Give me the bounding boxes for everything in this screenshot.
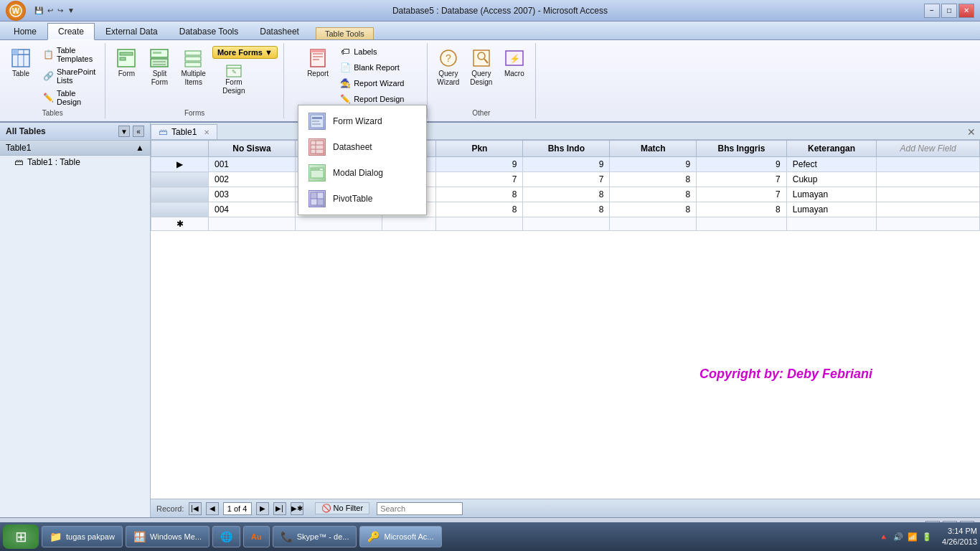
tab-datasheet[interactable]: Datasheet: [249, 23, 310, 39]
cell-match-1[interactable]: 9: [610, 157, 697, 172]
svg-rect-37: [311, 141, 324, 154]
cell-match-4[interactable]: 8: [610, 202, 697, 217]
taskbar-item-au[interactable]: Au: [243, 526, 270, 547]
nav-pane-toggle-btn[interactable]: «: [133, 126, 144, 137]
system-clock[interactable]: 3:14 PM 4/26/2013: [942, 526, 977, 548]
filter-btn[interactable]: 🚫 No Filter: [315, 502, 370, 514]
prev-record-btn[interactable]: ◀: [206, 502, 219, 515]
cell-bhs-inggris-4[interactable]: 8: [697, 202, 786, 217]
save-qa-btn[interactable]: 💾: [33, 5, 44, 16]
table-templates-btn[interactable]: 📋 TableTemplates: [39, 44, 99, 65]
taskbar-item-windows[interactable]: 🪟 Windows Me...: [126, 526, 209, 547]
cell-bhs-inggris-1[interactable]: 9: [697, 157, 786, 172]
blank-report-btn[interactable]: 📄 Blank Report: [336, 60, 407, 75]
cell-bhs-inggris-2[interactable]: 7: [697, 172, 786, 187]
office-button[interactable]: W: [6, 1, 26, 21]
cell-no-siswa-3[interactable]: 003: [209, 187, 296, 202]
labels-icon: 🏷: [339, 46, 351, 57]
nav-pane-filter-btn[interactable]: ▼: [118, 126, 130, 137]
cell-match-2[interactable]: 8: [610, 172, 697, 187]
cell-no-siswa-2[interactable]: 002: [209, 172, 296, 187]
cell-keterangan-4[interactable]: Lumayan: [786, 202, 877, 217]
macro-btn[interactable]: ⚡ Macro: [499, 44, 529, 80]
content-area: 🗃 Table1 ✕ ✕ No Siswa Nam al Pkn Bhs Ind…: [151, 123, 980, 517]
undo-qa-btn[interactable]: ↩: [46, 5, 55, 16]
new-cell-2: [295, 217, 382, 231]
query-wizard-btn[interactable]: ? QueryWizard: [433, 44, 463, 89]
pivot-table-item[interactable]: PivotTable: [298, 186, 426, 212]
minimize-btn[interactable]: −: [924, 4, 940, 18]
doc-tab-close-btn[interactable]: ✕: [204, 128, 209, 136]
cell-match-3[interactable]: 8: [610, 187, 697, 202]
svg-rect-13: [153, 61, 166, 62]
cell-pkn-4[interactable]: 8: [436, 202, 523, 217]
cell-add-new-2: [877, 172, 980, 187]
macro-icon: ⚡: [503, 47, 526, 70]
tab-home[interactable]: Home: [3, 23, 47, 39]
nav-pane-section-table1[interactable]: Table1 ▲: [0, 141, 150, 156]
more-forms-btn[interactable]: More Forms ▼: [212, 46, 278, 59]
qa-dropdown-btn[interactable]: ▼: [66, 5, 76, 16]
cell-pkn-2[interactable]: 7: [436, 172, 523, 187]
form-design-btn[interactable]: ✎ FormDesign: [212, 62, 255, 98]
first-record-btn[interactable]: |◀: [189, 502, 202, 515]
split-form-btn[interactable]: SplitForm: [144, 44, 174, 89]
form-btn[interactable]: Form: [111, 44, 141, 80]
svg-rect-11: [151, 59, 168, 67]
query-design-btn[interactable]: QueryDesign: [466, 44, 496, 89]
tab-create[interactable]: Create: [47, 23, 95, 40]
clock-date: 4/26/2013: [942, 537, 977, 547]
form-wizard-item[interactable]: Form Wizard: [298, 108, 426, 134]
close-btn[interactable]: ✕: [958, 4, 974, 18]
table-design-btn[interactable]: ✏️ TableDesign: [39, 88, 99, 108]
labels-btn[interactable]: 🏷 Labels: [336, 44, 407, 59]
taskbar-item-tugas[interactable]: 📁 tugas pakpaw: [42, 526, 123, 547]
cell-bhs-indo-3[interactable]: 8: [523, 187, 610, 202]
table-btn[interactable]: Table: [6, 44, 36, 80]
cell-bhs-indo-1[interactable]: 9: [523, 157, 610, 172]
next-record-btn[interactable]: ▶: [256, 502, 269, 515]
new-cell-1[interactable]: [209, 217, 296, 231]
doc-tab-table1[interactable]: 🗃 Table1 ✕: [151, 124, 217, 139]
pivot-menu-icon: [308, 190, 326, 207]
sharepoint-btn[interactable]: 🔗 SharePointLists: [39, 66, 99, 86]
cell-no-siswa-1[interactable]: 001: [209, 157, 296, 172]
tab-external-data[interactable]: External Data: [95, 23, 169, 39]
last-record-btn[interactable]: ▶|: [273, 502, 286, 515]
redo-qa-btn[interactable]: ↪: [56, 5, 65, 16]
start-button[interactable]: ⊞: [3, 524, 39, 549]
query-wizard-label: QueryWizard: [437, 70, 459, 87]
table-tools-label: Table Tools: [316, 27, 374, 39]
nav-item-table1[interactable]: 🗃 Table1 : Table: [0, 156, 150, 169]
cell-keterangan-2[interactable]: Cukup: [786, 172, 877, 187]
modal-dialog-item[interactable]: Modal Dialog: [298, 160, 426, 186]
maximize-doc-btn[interactable]: ✕: [963, 126, 980, 138]
multiple-items-btn[interactable]: MultipleItems: [177, 44, 209, 89]
navigation-pane: All Tables ▼ « Table1 ▲ 🗃 Table1 : Table: [0, 123, 151, 517]
report-btn[interactable]: Report: [303, 44, 333, 80]
cell-pkn-1[interactable]: 9: [436, 157, 523, 172]
cell-bhs-indo-2[interactable]: 7: [523, 172, 610, 187]
cell-bhs-inggris-3[interactable]: 7: [697, 187, 786, 202]
cell-keterangan-1[interactable]: Pefect: [786, 157, 877, 172]
search-input[interactable]: [377, 502, 463, 515]
cell-no-siswa-4[interactable]: 004: [209, 202, 296, 217]
taskbar-item-skype[interactable]: 📞 Skype™ - de...: [273, 526, 357, 547]
taskbar-item-access[interactable]: 🔑 Microsoft Ac...: [359, 526, 441, 547]
report-icon: [306, 47, 329, 70]
cell-keterangan-3[interactable]: Lumayan: [786, 187, 877, 202]
taskbar-item-chrome[interactable]: 🌐: [212, 526, 240, 547]
new-record-row: ✱: [151, 217, 980, 231]
record-number-input[interactable]: [223, 502, 252, 515]
tab-database-tools[interactable]: Database Tools: [169, 23, 250, 39]
datasheet-item[interactable]: Datasheet: [298, 134, 426, 160]
row-selector-2: [151, 172, 209, 187]
quick-access-toolbar: 💾 ↩ ↪ ▼: [33, 5, 76, 16]
cell-pkn-3[interactable]: 8: [436, 187, 523, 202]
report-wizard-btn[interactable]: 🧙 Report Wizard: [336, 76, 407, 90]
new-record-btn[interactable]: ▶✱: [291, 502, 303, 515]
cell-bhs-indo-4[interactable]: 8: [523, 202, 610, 217]
report-design-btn[interactable]: ✏️ Report Design: [336, 92, 407, 106]
col-add-new[interactable]: Add New Field: [877, 141, 980, 157]
maximize-btn[interactable]: □: [941, 4, 957, 18]
